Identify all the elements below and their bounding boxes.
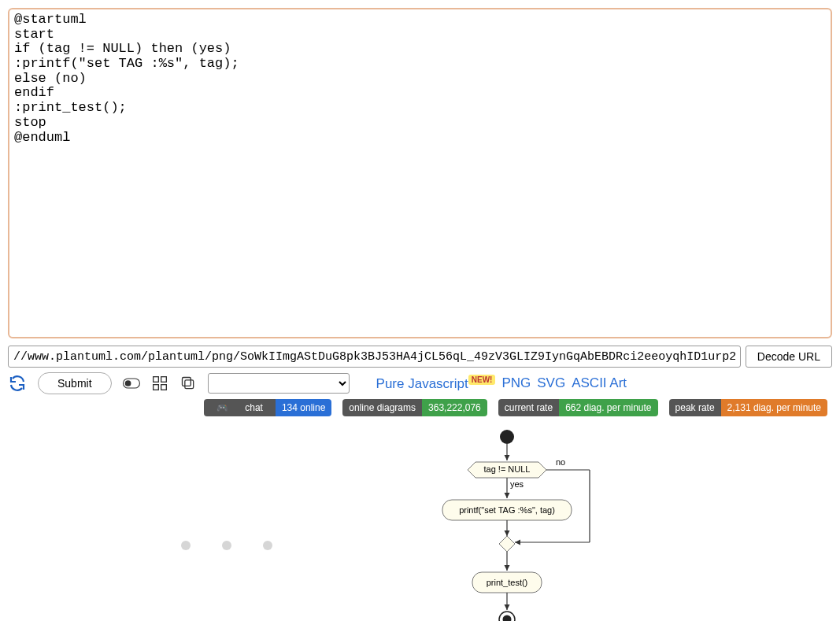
merge-node	[499, 536, 515, 552]
online-label: online diagrams	[342, 399, 422, 416]
diagram-preview: tag != NULL no yes printf("set TAG :%s",…	[8, 426, 832, 621]
online-diagrams-stat: online diagrams 363,222,076	[342, 399, 487, 416]
yes-label: yes	[510, 479, 524, 489]
refresh-icon[interactable]	[8, 374, 27, 393]
png-link[interactable]: PNG	[501, 375, 531, 391]
submit-button[interactable]: Submit	[38, 372, 112, 394]
theme-select[interactable]	[208, 373, 350, 394]
peak-value: 2,131 diag. per minute	[721, 399, 827, 416]
plantuml-editor[interactable]: @startuml start if (tag != NULL) then (y…	[8, 8, 832, 338]
new-badge: NEW!	[468, 375, 496, 385]
activity-diagram: tag != NULL no yes printf("set TAG :%s",…	[405, 426, 641, 621]
svg-point-1	[124, 380, 131, 386]
peak-label: peak rate	[669, 399, 721, 416]
current-rate-stat: current rate 662 diag. per minute	[498, 399, 658, 416]
copy-icon[interactable]	[179, 375, 197, 392]
pure-js-label: Pure Javascript	[376, 375, 468, 390]
svg-rect-7	[182, 378, 191, 386]
layout-icon[interactable]	[151, 375, 168, 392]
toolbar: Submit Pure JavascriptNEW! PNG SVG ASCII…	[8, 372, 832, 394]
output-format-links: Pure JavascriptNEW! PNG SVG ASCII Art	[376, 375, 627, 392]
start-node	[500, 430, 514, 444]
current-label: current rate	[498, 399, 559, 416]
stats-row: 🎮chat 134 online online diagrams 363,222…	[8, 399, 832, 416]
discord-icon: 🎮	[210, 402, 235, 413]
svg-rect-2	[153, 377, 158, 383]
current-value: 662 diag. per minute	[559, 399, 657, 416]
chat-label: chat	[239, 402, 269, 413]
ascii-link[interactable]: ASCII Art	[572, 375, 627, 391]
decode-url-button[interactable]: Decode URL	[746, 346, 832, 368]
action-print-test-text: print_test()	[486, 578, 527, 587]
chat-value: 134 online	[276, 399, 331, 416]
pure-js-link[interactable]: Pure JavascriptNEW!	[376, 375, 496, 392]
encoded-url-input[interactable]	[8, 346, 741, 368]
decision-text: tag != NULL	[483, 464, 530, 474]
url-row: Decode URL	[8, 346, 832, 368]
no-label: no	[556, 457, 565, 467]
stop-node	[502, 615, 511, 622]
svg-rect-5	[161, 385, 166, 390]
loading-dots	[181, 541, 272, 550]
peak-rate-stat: peak rate 2,131 diag. per minute	[669, 399, 827, 416]
online-value: 363,222,076	[422, 399, 487, 416]
chat-stat[interactable]: 🎮chat 134 online	[204, 399, 331, 416]
action-printf-text: printf("set TAG :%s", tag)	[459, 505, 555, 515]
svg-rect-4	[153, 385, 158, 390]
svg-rect-3	[161, 377, 166, 383]
svg-link[interactable]: SVG	[537, 375, 565, 391]
svg-rect-6	[184, 380, 193, 389]
light-dark-toggle-icon[interactable]	[123, 375, 140, 392]
